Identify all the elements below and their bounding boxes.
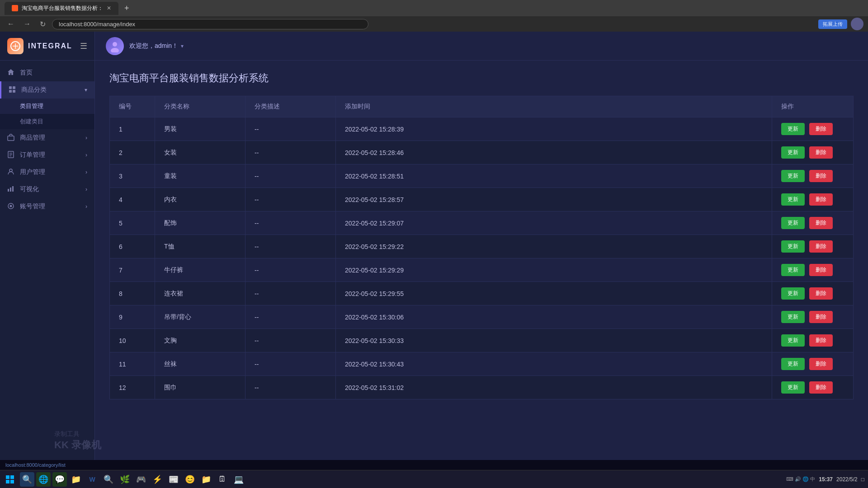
svg-rect-19 xyxy=(10,475,14,479)
category-arrow: ▾ xyxy=(85,87,87,93)
update-button[interactable]: 更新 xyxy=(781,193,805,206)
taskbar-word[interactable]: W xyxy=(85,472,99,487)
status-bar: localhost:8000/category/list xyxy=(0,460,868,470)
cell-desc: -- xyxy=(245,211,336,235)
delete-button[interactable]: 删除 xyxy=(809,381,833,394)
update-button[interactable]: 更新 xyxy=(781,146,805,159)
delete-button[interactable]: 删除 xyxy=(809,358,833,370)
sidebar: INTEGRAL ☰ 首页 商品分类 ▾ 类目管 xyxy=(0,32,95,460)
taskbar-date: 2022/5/2 xyxy=(836,476,858,483)
delete-button[interactable]: 删除 xyxy=(809,334,833,347)
cell-time: 2022-05-02 15:28:46 xyxy=(336,141,772,164)
update-button[interactable]: 更新 xyxy=(781,381,805,394)
extension-button[interactable]: 拓展上传 xyxy=(818,19,847,29)
update-button[interactable]: 更新 xyxy=(781,123,805,135)
taskbar-app1[interactable]: ⚡ xyxy=(150,472,165,487)
table-row: 6 T恤 -- 2022-05-02 15:29:22 更新 删除 xyxy=(110,235,854,258)
sidebar-subitem-category-mgmt[interactable]: 类目管理 xyxy=(0,99,94,114)
delete-button[interactable]: 删除 xyxy=(809,170,833,182)
sidebar-item-goods[interactable]: 商品管理 › xyxy=(0,129,94,146)
cell-time: 2022-05-02 15:29:55 xyxy=(336,282,772,305)
update-button[interactable]: 更新 xyxy=(781,264,805,276)
cell-name: 女装 xyxy=(155,141,245,164)
logo-area: INTEGRAL ☰ xyxy=(0,32,94,61)
back-button[interactable]: ← xyxy=(5,19,17,29)
delete-button[interactable]: 删除 xyxy=(809,146,833,159)
taskbar-emoji[interactable]: 😊 xyxy=(183,472,197,487)
table-row: 11 丝袜 -- 2022-05-02 15:30:43 更新 删除 xyxy=(110,352,854,376)
start-button[interactable] xyxy=(4,473,16,486)
cell-name: 吊带/背心 xyxy=(155,305,245,329)
cell-desc: -- xyxy=(245,329,336,352)
sidebar-item-category[interactable]: 商品分类 ▾ xyxy=(0,81,94,99)
cell-name: 丝袜 xyxy=(155,352,245,376)
svg-rect-11 xyxy=(8,189,9,192)
taskbar-chrome[interactable]: 🌐 xyxy=(36,472,51,487)
delete-button[interactable]: 删除 xyxy=(809,240,833,253)
col-desc: 分类描述 xyxy=(245,96,336,117)
cell-desc: -- xyxy=(245,282,336,305)
sidebar-subitem-create-category[interactable]: 创建类目 xyxy=(0,114,94,129)
taskbar-cal[interactable]: 🗓 xyxy=(215,472,230,487)
active-tab[interactable]: 淘宝电商平台服装销售数据分析： ✕ xyxy=(5,2,118,15)
taskbar-explorer[interactable]: 📁 xyxy=(69,472,83,487)
col-time: 添加时间 xyxy=(336,96,772,117)
sidebar-item-orders[interactable]: 订单管理 › xyxy=(0,146,94,164)
svg-point-15 xyxy=(10,205,12,207)
delete-button[interactable]: 删除 xyxy=(809,287,833,300)
update-button[interactable]: 更新 xyxy=(781,358,805,370)
profile-button[interactable] xyxy=(851,18,863,30)
logo-text: INTEGRAL xyxy=(28,42,72,50)
goods-arrow: › xyxy=(85,135,87,141)
users-arrow: › xyxy=(85,169,87,175)
browser-actions: 拓展上传 xyxy=(818,18,863,30)
taskbar-wechat[interactable]: 💬 xyxy=(52,472,67,487)
cell-actions: 更新 删除 xyxy=(772,282,854,305)
taskbar-game[interactable]: 🎮 xyxy=(134,472,148,487)
sidebar-item-account[interactable]: 账号管理 › xyxy=(0,198,94,215)
right-panel: 欢迎您，admin！ ▾ 淘宝电商平台服装销售数据分析系统 编号 分类名称 分类… xyxy=(95,32,868,460)
taskbar-search2[interactable]: 🔍 xyxy=(101,472,116,487)
taskbar-pc[interactable]: 💻 xyxy=(231,472,246,487)
page-title: 淘宝电商平台服装销售数据分析系统 xyxy=(109,71,854,85)
delete-button[interactable]: 删除 xyxy=(809,264,833,276)
table-row: 9 吊带/背心 -- 2022-05-02 15:30:06 更新 删除 xyxy=(110,305,854,329)
taskbar-news[interactable]: 📰 xyxy=(166,472,181,487)
update-button[interactable]: 更新 xyxy=(781,240,805,253)
cell-name: 连衣裙 xyxy=(155,282,245,305)
cell-actions: 更新 删除 xyxy=(772,188,854,211)
cell-id: 3 xyxy=(110,164,155,188)
sidebar-item-home[interactable]: 首页 xyxy=(0,64,94,81)
taskbar-folder[interactable]: 📁 xyxy=(199,472,213,487)
taskbar-search[interactable]: 🔍 xyxy=(20,472,34,487)
cell-actions: 更新 删除 xyxy=(772,376,854,399)
update-button[interactable]: 更新 xyxy=(781,311,805,323)
forward-button[interactable]: → xyxy=(21,19,33,29)
tab-close-button[interactable]: ✕ xyxy=(107,5,111,11)
delete-button[interactable]: 删除 xyxy=(809,217,833,229)
sidebar-label-category: 商品分类 xyxy=(21,86,47,94)
taskbar-green[interactable]: 🌿 xyxy=(118,472,132,487)
new-tab-button[interactable]: + xyxy=(121,4,133,13)
top-header: 欢迎您，admin！ ▾ xyxy=(95,32,868,61)
delete-button[interactable]: 删除 xyxy=(809,311,833,323)
address-bar[interactable] xyxy=(52,19,368,29)
table-row: 7 牛仔裤 -- 2022-05-02 15:29:29 更新 删除 xyxy=(110,258,854,282)
sidebar-item-visual[interactable]: 可视化 › xyxy=(0,181,94,198)
user-dropdown[interactable]: ▾ xyxy=(181,43,184,49)
delete-button[interactable]: 删除 xyxy=(809,123,833,135)
tray-notification[interactable]: □ xyxy=(861,476,864,483)
cell-desc: -- xyxy=(245,117,336,141)
delete-button[interactable]: 删除 xyxy=(809,193,833,206)
hamburger-button[interactable]: ☰ xyxy=(80,41,87,51)
cell-name: 文胸 xyxy=(155,329,245,352)
update-button[interactable]: 更新 xyxy=(781,170,805,182)
col-name: 分类名称 xyxy=(155,96,245,117)
sidebar-item-users[interactable]: 用户管理 › xyxy=(0,164,94,181)
reload-button[interactable]: ↻ xyxy=(37,19,48,29)
update-button[interactable]: 更新 xyxy=(781,334,805,347)
update-button[interactable]: 更新 xyxy=(781,287,805,300)
table-body: 1 男装 -- 2022-05-02 15:28:39 更新 删除 2 女装 -… xyxy=(110,117,854,399)
cell-time: 2022-05-02 15:30:06 xyxy=(336,305,772,329)
update-button[interactable]: 更新 xyxy=(781,217,805,229)
